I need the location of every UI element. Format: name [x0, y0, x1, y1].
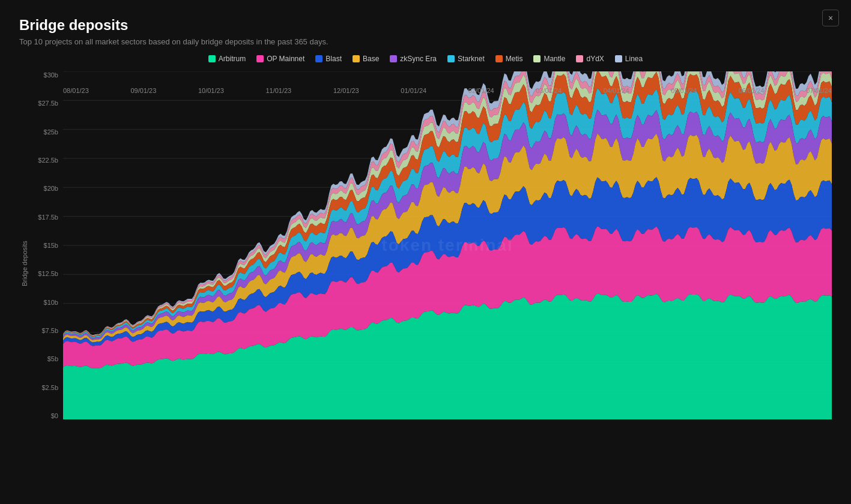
legend-item: Blast: [315, 55, 342, 63]
legend-item: Linea: [615, 55, 643, 63]
legend-item: zkSync Era: [390, 55, 437, 63]
x-tick: 10/01/23: [198, 87, 224, 94]
legend: ArbitrumOP MainnetBlastBasezkSync EraSta…: [19, 55, 832, 63]
page-subtitle: Top 10 projects on all market sectors ba…: [19, 37, 832, 46]
x-tick: 11/01/23: [265, 87, 291, 94]
x-tick: 07/01/24: [806, 87, 832, 94]
y-tick: $25b: [30, 128, 63, 136]
x-tick: 02/01/24: [468, 87, 494, 94]
y-tick: $2.5b: [30, 384, 63, 391]
legend-item: Base: [353, 55, 379, 63]
chart-inner: $0$2.5b$5b$7.5b$10b$12.5b$15b$17.5b$20b$…: [30, 71, 832, 455]
legend-item: Mantle: [533, 55, 565, 63]
y-tick: $27.5b: [30, 100, 63, 107]
x-tick: 08/01/23: [63, 87, 89, 94]
page-title: Bridge deposits: [19, 17, 832, 34]
y-ticks: $0$2.5b$5b$7.5b$10b$12.5b$15b$17.5b$20b$…: [30, 71, 63, 419]
y-tick: $20b: [30, 185, 63, 192]
x-tick: 06/01/24: [739, 87, 765, 94]
chart-svg: [63, 71, 832, 419]
y-tick: $5b: [30, 355, 63, 362]
y-tick: $12.5b: [30, 270, 63, 277]
x-tick: 01/01/24: [401, 87, 426, 94]
y-tick: $17.5b: [30, 214, 63, 221]
chart-plot: token terminal: [63, 71, 832, 419]
y-axis-label: Bridge deposits: [19, 71, 30, 455]
x-tick: 09/01/23: [130, 87, 156, 94]
chart-area: Bridge deposits $0$2.5b$5b$7.5b$10b$12.5…: [19, 71, 832, 455]
legend-item: Starknet: [447, 55, 485, 63]
x-tick: 03/01/24: [536, 87, 562, 94]
y-tick: $0: [30, 412, 63, 419]
legend-item: dYdX: [576, 55, 604, 63]
y-tick: $30b: [30, 71, 63, 79]
main-container: × Bridge deposits Top 10 projects on all…: [0, 0, 851, 504]
y-tick: $22.5b: [30, 157, 63, 164]
legend-item: Arbitrum: [208, 55, 246, 63]
x-tick: 12/01/23: [333, 87, 359, 94]
x-tick: 04/01/24: [604, 87, 629, 94]
y-tick: $7.5b: [30, 327, 63, 334]
legend-item: Metis: [495, 55, 523, 63]
y-tick: $15b: [30, 242, 63, 249]
y-tick: $10b: [30, 299, 63, 306]
close-button[interactable]: ×: [822, 10, 839, 26]
x-tick: 05/01/24: [671, 87, 697, 94]
legend-item: OP Mainnet: [256, 55, 304, 63]
x-axis: 08/01/2309/01/2310/01/2311/01/2312/01/23…: [63, 76, 832, 94]
